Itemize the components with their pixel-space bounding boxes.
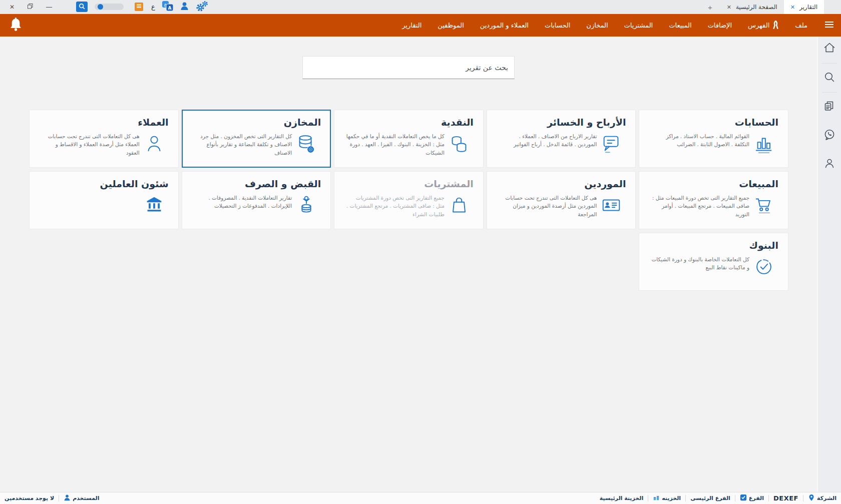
card-description: كل ما يخص التعاملات النقدية أو ما في حكم… xyxy=(344,132,445,157)
window-minimize-button[interactable]: — xyxy=(46,4,52,10)
window-restore-button[interactable] xyxy=(28,4,33,10)
translate-button[interactable]: عA xyxy=(162,1,174,13)
status-item[interactable]: الفرع xyxy=(740,494,764,502)
menu-item[interactable]: ملف xyxy=(787,20,815,31)
minimize-icon: — xyxy=(46,4,52,10)
rail-button[interactable] xyxy=(823,71,836,85)
whatsapp-icon xyxy=(823,128,836,143)
svg-text:A: A xyxy=(168,6,171,11)
card-title: الحسابات xyxy=(649,117,778,128)
separator xyxy=(59,495,59,501)
slider-knob[interactable] xyxy=(98,4,103,10)
main-area: الحسابات القوائم المالية . حساب الاستاذ … xyxy=(0,37,841,492)
card-description: القوائم المالية . حساب الاستاذ . مراكز ا… xyxy=(649,132,749,149)
status-item[interactable]: المستخدم xyxy=(64,494,99,502)
status-item[interactable]: لا يوجد مستخدمين xyxy=(5,495,54,501)
restore-icon xyxy=(28,4,33,10)
tab-label: التقارير xyxy=(799,4,817,11)
window-controls: ✕ — xyxy=(10,4,52,10)
close-tab-icon[interactable]: ✕ xyxy=(727,4,731,11)
status-item[interactable]: الفرع الرئيسى xyxy=(690,495,730,501)
menu-item[interactable]: المبيعات xyxy=(661,20,699,31)
report-category-card[interactable]: البنوك كل التعاملات الخاصة بالبنوك و دور… xyxy=(639,233,788,291)
document-tab[interactable]: الصفحة الرئيسية ✕ xyxy=(720,0,784,14)
checkbox-icon xyxy=(740,494,747,502)
quick-search-button[interactable] xyxy=(76,2,88,12)
cart-icon xyxy=(749,194,778,217)
report-category-card[interactable]: القبض و الصرف تقارير التعاملات النقدية .… xyxy=(182,171,331,229)
menu-item[interactable]: الحسابات xyxy=(537,20,578,31)
sidebar-divider xyxy=(822,92,837,93)
menu-item[interactable]: المخازن xyxy=(578,20,616,31)
window-close-button[interactable]: ✕ xyxy=(10,4,15,10)
report-category-card[interactable]: الأرباح و الخسائر تقارير الارباح من الاص… xyxy=(487,110,636,168)
content-area: الحسابات القوائم المالية . حساب الاستاذ … xyxy=(0,37,817,492)
notifications-button[interactable] xyxy=(9,17,23,34)
report-category-card[interactable]: المخازن كل التقارير التى تخص المخزون . م… xyxy=(182,110,331,168)
main-menubar: ملف الفهرس الإضافات المبيعات المشتريات ا… xyxy=(0,14,841,37)
new-tab-button[interactable]: + xyxy=(700,0,720,14)
ribbon-icon xyxy=(772,20,779,31)
gear-icon xyxy=(195,1,208,14)
status-item[interactable]: الشركة xyxy=(808,494,836,502)
rail-button[interactable] xyxy=(823,157,836,171)
separator xyxy=(735,495,735,501)
report-category-card[interactable]: شئون العاملين xyxy=(29,171,179,229)
card-title: المخازن xyxy=(192,117,321,128)
list-view-button[interactable] xyxy=(135,3,143,11)
hamburger-menu-button[interactable] xyxy=(824,21,834,30)
zoom-slider[interactable] xyxy=(95,4,124,10)
card-description: جميع التقارير التى تخص دورة المبيعات مثل… xyxy=(649,194,749,218)
status-item[interactable]: الخزينه xyxy=(653,494,681,502)
separator xyxy=(648,495,648,501)
rail-button[interactable] xyxy=(823,100,836,114)
report-category-card[interactable]: الموردين هى كل التعاملات التى تندرج تحت … xyxy=(487,171,636,229)
person-icon xyxy=(140,132,169,155)
tab-label: الصفحة الرئيسية xyxy=(736,4,777,11)
status-item-label: لا يوجد مستخدمين xyxy=(5,495,54,501)
menu-item-label: الإضافات xyxy=(708,22,732,29)
menu-item-label: الفهرس xyxy=(748,22,769,29)
status-item[interactable]: DEXEF xyxy=(773,494,798,502)
report-category-card[interactable]: الحسابات القوائم المالية . حساب الاستاذ … xyxy=(639,110,788,168)
coins-icon xyxy=(445,132,474,155)
card-title: شئون العاملين xyxy=(39,178,169,189)
report-category-card[interactable]: النقدية كل ما يخص التعاملات النقدية أو م… xyxy=(334,110,484,168)
money-person-icon xyxy=(292,194,321,217)
settings-button[interactable] xyxy=(195,1,208,14)
status-item-label: الخزينه xyxy=(662,495,681,501)
home-icon xyxy=(823,42,836,56)
separator xyxy=(768,495,769,501)
menu-item-label: الموظفين xyxy=(438,22,464,29)
tab-strip: التقارير ✕ الصفحة الرئيسية ✕ + xyxy=(700,0,824,14)
report-search-input[interactable] xyxy=(302,56,515,79)
menu-item[interactable]: العملاء و الموردين xyxy=(472,20,537,31)
card-description: تقارير الارباح من الاصناف . العملاء . ال… xyxy=(497,132,597,149)
account-button[interactable] xyxy=(180,2,189,12)
menu-item[interactable]: التقارير xyxy=(394,20,430,31)
hamburger-icon xyxy=(824,21,834,30)
menu-item[interactable]: الموظفين xyxy=(430,20,472,31)
close-tab-icon[interactable]: ✕ xyxy=(790,4,795,11)
id-card-icon xyxy=(597,194,626,217)
documents-icon xyxy=(823,100,836,114)
user-icon xyxy=(180,2,189,12)
report-category-card[interactable]: المبيعات جميع التقارير التى تخص دورة الم… xyxy=(639,171,788,229)
status-item[interactable]: الخزينة الرئيسية xyxy=(600,495,644,501)
document-tab[interactable]: التقارير ✕ xyxy=(784,0,824,14)
status-bar: الشركة DEXEF الفرع الفرع الرئيسى الخزينه… xyxy=(0,492,841,504)
list-icon xyxy=(136,3,142,11)
report-category-card[interactable]: المشتريات جميع التقارير التى تخص دورة ال… xyxy=(334,171,484,229)
search-icon xyxy=(78,3,86,12)
menu-item[interactable]: الإضافات xyxy=(700,20,740,31)
check-circle-icon xyxy=(749,255,778,278)
report-category-card[interactable]: العملاء هى كل التعاملات التى تندرج تحت ح… xyxy=(29,110,179,168)
menu-item[interactable]: الفهرس xyxy=(740,20,787,31)
rail-button[interactable] xyxy=(823,42,836,56)
rail-button[interactable] xyxy=(823,129,836,142)
chat-report-icon xyxy=(597,132,626,155)
menu-item[interactable]: المشتريات xyxy=(616,20,661,31)
card-description: جميع التقارير التى تخص دورة المشتريات مث… xyxy=(344,194,445,218)
status-item-label: الخزينة الرئيسية xyxy=(600,495,644,501)
search-row xyxy=(0,37,817,79)
